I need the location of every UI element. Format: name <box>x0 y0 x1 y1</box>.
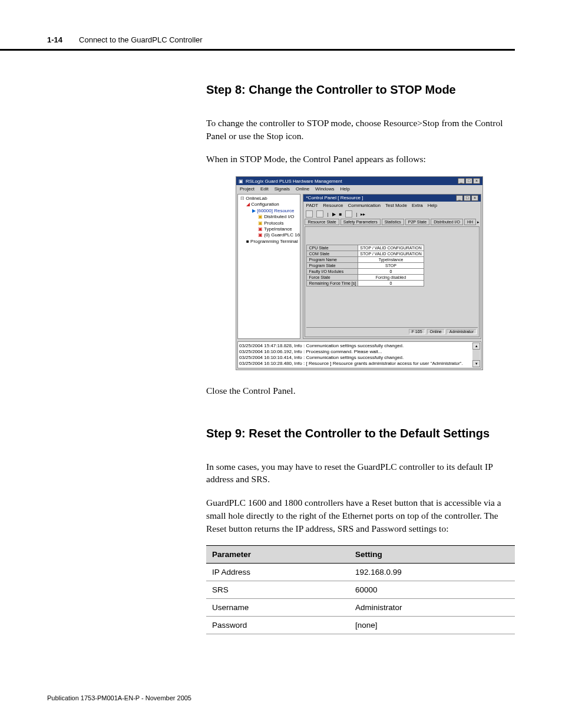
control-panel-tabs: Resource State Safety Parameters Statist… <box>303 219 481 225</box>
status-f: F 105 <box>409 329 425 334</box>
menu-windows[interactable]: Windows <box>315 186 334 192</box>
row-program-state: Program StateSTOP <box>307 263 424 269</box>
resource-state-panel: CPU StateSTOP / VALID CONFIGURATION COM … <box>305 226 480 337</box>
step9-p2: GuardPLC 1600 and 1800 controllers have … <box>206 496 515 535</box>
row-force-state: Force StateForcing disabled <box>307 275 424 281</box>
status-user: Administrator <box>447 329 477 334</box>
log-line: 03/25/2004 16:10:10.414, Info : Communic… <box>239 355 480 361</box>
stop-icon[interactable]: ■ <box>339 212 342 217</box>
menu-online[interactable]: Online <box>296 186 309 192</box>
cp-maximize-button[interactable]: □ <box>464 195 471 201</box>
step8-p1: To change the controller to STOP mode, c… <box>206 117 515 142</box>
cp-minimize-button[interactable]: _ <box>456 195 463 201</box>
row-faulty-io: Faulty I/O Modules0 <box>307 269 424 275</box>
separator: | <box>327 212 328 217</box>
page-header: 1-14 Connect to the GuardPLC Controller <box>0 0 515 51</box>
hardware-management-screenshot: ▣ RSLogix Guard PLUS Hardware Management… <box>236 176 483 370</box>
status-online: Online <box>427 329 445 334</box>
control-panel-title: *Control Panel [ Resource ] <box>306 195 363 201</box>
cp-menu-resource[interactable]: Resource <box>323 203 343 208</box>
control-panel-menubar: PADT Resource Communication Test Mode Ex… <box>303 202 481 209</box>
publication-footer: Publication 1753-PM001A-EN-P - November … <box>47 694 191 701</box>
table-row: UsernameAdministrator <box>206 599 515 617</box>
step9-heading: Step 9: Reset the Controller to the Defa… <box>206 427 515 440</box>
tab-safety-parameters[interactable]: Safety Parameters <box>340 219 381 225</box>
scroll-down-icon[interactable]: ▾ <box>472 360 480 367</box>
tree-root[interactable]: OnlineLab <box>239 196 299 202</box>
header-title: Connect to the GuardPLC Controller <box>79 35 203 44</box>
project-tree: OnlineLab Configuration [60000] Resource… <box>237 194 300 339</box>
step9-p1: In some cases, you may have to reset the… <box>206 460 515 486</box>
step8-close: Close the Control Panel. <box>206 384 515 397</box>
tree-guardplc[interactable]: (0) GuardPLC 1600 <box>239 232 299 238</box>
tab-hh[interactable]: HH <box>464 219 476 225</box>
minimize-button[interactable]: _ <box>458 178 465 184</box>
cp-close-button[interactable]: × <box>471 195 478 201</box>
separator2: | <box>356 212 357 217</box>
table-row: SRS60000 <box>206 581 515 599</box>
menu-project[interactable]: Project <box>240 186 254 192</box>
titlebar: ▣ RSLogix Guard PLUS Hardware Management… <box>236 177 482 185</box>
window-controls: _ □ × <box>458 178 480 184</box>
tab-scroll-right-icon[interactable]: ▸ <box>477 220 480 225</box>
tab-distributed-io[interactable]: Distributed I/O <box>431 219 463 225</box>
tab-statistics[interactable]: Statistics <box>382 219 404 225</box>
close-button[interactable]: × <box>473 178 480 184</box>
cp-menu-help[interactable]: Help <box>428 203 437 208</box>
page-number: 1-14 <box>47 35 62 44</box>
tree-distributed-io[interactable]: Distributed I/O <box>239 214 299 220</box>
log-panel: 03/25/2004 15:47:18.828, Info : Communic… <box>237 341 481 368</box>
menu-help[interactable]: Help <box>340 186 350 192</box>
control-panel-statusbar: F 105 Online Administrator <box>306 327 478 335</box>
tree-programming-terminal[interactable]: Programming Terminal <box>239 239 299 245</box>
toolbar-icon-1[interactable] <box>306 210 313 218</box>
menu-signals[interactable]: Signals <box>275 186 290 192</box>
log-line: 03/25/2004 15:47:18.828, Info : Communic… <box>239 343 480 349</box>
reset-parameters-table: Parameter Setting IP Address192.168.0.99… <box>206 545 515 634</box>
log-line: 03/25/2004 16:10:06.192, Info : Processi… <box>239 349 480 355</box>
maximize-button[interactable]: □ <box>465 178 472 184</box>
content-area: Step 8: Change the Controller to STOP Mo… <box>206 83 515 634</box>
col-setting: Setting <box>349 546 515 564</box>
log-scrollbar[interactable]: ▴ ▾ <box>472 342 480 367</box>
tree-typeinstance[interactable]: TypeInstance <box>239 226 299 232</box>
control-panel-titlebar: *Control Panel [ Resource ] _ □ × <box>303 195 481 202</box>
col-parameter: Parameter <box>206 546 349 564</box>
row-com-state: COM StateSTOP / VALID CONFIGURATION <box>307 251 424 257</box>
cp-menu-extra[interactable]: Extra <box>412 203 423 208</box>
control-panel-window: *Control Panel [ Resource ] _ □ × PADT R… <box>303 194 481 339</box>
play-icon[interactable]: ▶ <box>332 212 336 217</box>
table-row: IP Address192.168.0.99 <box>206 564 515 581</box>
state-table: CPU StateSTOP / VALID CONFIGURATION COM … <box>306 245 424 286</box>
step8-p2: When in STOP Mode, the Control Panel app… <box>206 153 515 166</box>
tab-p2p-state[interactable]: P2P State <box>405 219 429 225</box>
step8-heading: Step 8: Change the Controller to STOP Mo… <box>206 83 515 97</box>
forward-icon[interactable]: ▸▸ <box>361 212 365 217</box>
app-icon: ▣ <box>239 179 243 184</box>
row-cpu-state: CPU StateSTOP / VALID CONFIGURATION <box>307 245 424 251</box>
cp-menu-communication[interactable]: Communication <box>348 203 381 208</box>
menu-edit[interactable]: Edit <box>260 186 269 192</box>
app-menubar: Project Edit Signals Online Windows Help <box>236 185 482 193</box>
cp-menu-test-mode[interactable]: Test Mode <box>385 203 407 208</box>
control-panel-toolbar: | ▶ ■ | ▸▸ <box>303 209 481 219</box>
titlebar-text: RSLogix Guard PLUS Hardware Management <box>246 179 342 184</box>
cp-menu-padt[interactable]: PADT <box>306 203 318 208</box>
tree-configuration[interactable]: Configuration <box>239 202 299 207</box>
tree-resource[interactable]: [60000] Resource <box>239 208 299 214</box>
row-remaining-force: Remaining Force Time [s]0 <box>307 281 424 286</box>
toolbar-icon-3[interactable] <box>345 210 352 218</box>
tree-protocols[interactable]: Protocols <box>239 220 299 226</box>
table-row: Password[none] <box>206 617 515 634</box>
log-line: 03/25/2004 16:10:28.480, Info : [ Resour… <box>239 361 480 367</box>
tab-resource-state[interactable]: Resource State <box>305 219 339 225</box>
scroll-up-icon[interactable]: ▴ <box>472 342 480 350</box>
toolbar-icon-2[interactable] <box>316 210 323 218</box>
row-program-name: Program NameTypeInstance <box>307 257 424 263</box>
